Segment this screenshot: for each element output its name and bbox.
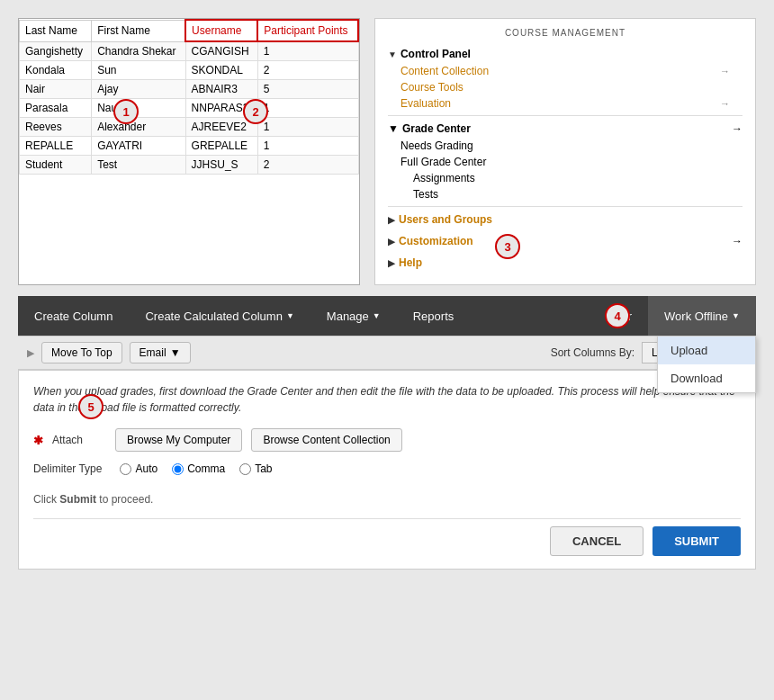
work-offline-button[interactable]: Work Offline ▼ [648,296,756,336]
users-groups-link[interactable]: Users and Groups [399,213,492,226]
users-groups-header[interactable]: ▶ Users and Groups [388,211,742,229]
help-link[interactable]: Help [399,256,422,269]
tests-item[interactable]: Tests [400,186,742,202]
work-offline-dropdown: Upload Download [657,336,756,393]
customization-link[interactable]: Customization [399,235,473,247]
cell-lastname: Gangishetty [20,41,92,61]
needs-grading-item[interactable]: Needs Grading [400,138,742,154]
email-button[interactable]: Email ▼ [130,342,191,363]
action-buttons: CANCEL SUBMIT [33,518,741,556]
expand-arrow-icon: ▶ [388,215,395,225]
cell-lastname: REPALLE [20,137,92,156]
cell-firstname: Chandra Shekar [92,41,185,61]
cell-username: GREPALLE [185,137,257,156]
comma-radio-label[interactable]: Comma [172,462,225,475]
toolbar-container: Create Column Create Calculated Column ▼… [18,296,756,336]
arrow-right-icon: → [732,122,742,135]
col-firstname: First Name [92,20,185,41]
control-panel-section: ▼ Control Panel Content Collection → Cou… [388,45,742,112]
cell-firstname: Naushm [92,99,185,118]
arrow-right-icon: → [732,235,742,247]
content-collection-link[interactable]: Content Collection → [388,63,742,79]
browse-computer-button[interactable]: Browse My Computer [115,428,242,452]
delimiter-label: Delimiter Type [33,462,102,475]
cell-firstname: Sun [92,61,185,80]
sub-toolbar: ▶ Move To Top Email ▼ Sort Columns By: L… [18,336,756,370]
expand-arrow-icon: ▼ [388,49,397,59]
caret-icon: ▼ [286,311,294,320]
reports-button[interactable]: Reports [397,296,471,336]
cell-points: 2 [257,61,358,80]
course-mgmt-panel: COURSE MANAGEMENT ▼ Control Panel Conten… [374,18,756,285]
cell-points: 2 [257,156,358,175]
caret-icon: ▼ [170,346,181,359]
cell-firstname: Test [92,156,185,175]
main-toolbar: Create Column Create Calculated Column ▼… [18,296,756,336]
col-username: Username [185,20,257,41]
submit-button[interactable]: SUBMIT [652,526,741,556]
grade-table-wrapper: Last Name First Name Username Participan… [18,18,360,285]
cell-lastname: Student [20,156,92,175]
full-grade-center-item[interactable]: Full Grade Center [400,154,742,170]
table-row: Nair Ajay ABNAIR3 5 [20,80,359,99]
auto-radio-label[interactable]: Auto [120,462,158,475]
customization-header[interactable]: ▶ Customization → [388,232,742,250]
cell-points: 5 [257,80,358,99]
help-section: ▶ Help [388,254,742,272]
col-points: Participant Points [257,20,358,41]
cell-username: CGANGISH [185,41,257,61]
cell-points: 1 [257,41,358,61]
customization-section: ▶ Customization → [388,232,742,250]
nav-arrow-icon: ▶ [27,347,34,359]
cell-username: JJHSU_S [185,156,257,175]
assignments-item[interactable]: Assignments [400,170,742,186]
grade-center-section: ▼ Grade Center → Needs Grading Full Grad… [388,120,742,202]
cell-points: 1 [257,137,358,156]
cell-lastname: Parasala [20,99,92,118]
cell-firstname: GAYATRI [92,137,185,156]
table-row: Reeves Alexander AJREEVE2 1 [20,118,359,137]
caret-icon: ▼ [732,311,740,320]
control-panel-label: Control Panel [400,48,471,60]
create-column-button[interactable]: Create Column [18,296,129,336]
grade-center-label: Grade Center [402,122,471,135]
required-star: ✱ [33,434,43,447]
attach-label: Attach [52,434,106,446]
upload-panel: 5 When you upload grades, first download… [18,370,756,570]
download-option[interactable]: Download [658,364,755,392]
annotation-2: 2 [243,99,268,124]
evaluation-link[interactable]: Evaluation → [388,95,742,112]
grade-center-header[interactable]: ▼ Grade Center → [388,120,742,138]
cancel-button[interactable]: CANCEL [550,526,644,556]
expand-arrow-icon: ▶ [388,258,395,268]
arrow-right-icon: → [720,66,730,76]
cell-points: 1 [257,118,358,137]
divider [388,115,742,116]
help-header[interactable]: ▶ Help [388,254,742,272]
auto-radio[interactable] [120,463,131,475]
tab-radio[interactable] [239,463,251,475]
cell-firstname: Alexander [92,118,185,137]
table-row: Kondala Sun SKONDAL 2 [20,61,359,80]
upload-option[interactable]: Upload [658,337,755,364]
expand-arrow-icon: ▼ [388,122,399,135]
create-calculated-column-button[interactable]: Create Calculated Column ▼ [129,296,310,336]
control-panel-header[interactable]: ▼ Control Panel [388,45,742,63]
comma-radio[interactable] [172,463,184,475]
grade-center-items: Needs Grading Full Grade Center Assignme… [388,138,742,202]
course-tools-link[interactable]: Course Tools [388,79,742,95]
table-row: Parasala Naushm NNPARAS2 1 [20,99,359,118]
annotation-4: 4 [605,303,630,328]
submit-note: Click Submit to proceed. [33,493,741,506]
tab-radio-label[interactable]: Tab [239,462,272,475]
expand-arrow-icon: ▶ [388,237,395,247]
cell-lastname: Kondala [20,61,92,80]
cell-lastname: Reeves [20,118,92,137]
attach-row: ✱ Attach Browse My Computer Browse Conte… [33,428,741,452]
cell-firstname: Ajay [92,80,185,99]
browse-content-button[interactable]: Browse Content Collection [251,428,401,452]
move-to-top-button[interactable]: Move To Top [41,342,122,363]
manage-button[interactable]: Manage ▼ [310,296,397,336]
table-row: REPALLE GAYATRI GREPALLE 1 [20,137,359,156]
grade-table: Last Name First Name Username Participan… [19,19,359,175]
